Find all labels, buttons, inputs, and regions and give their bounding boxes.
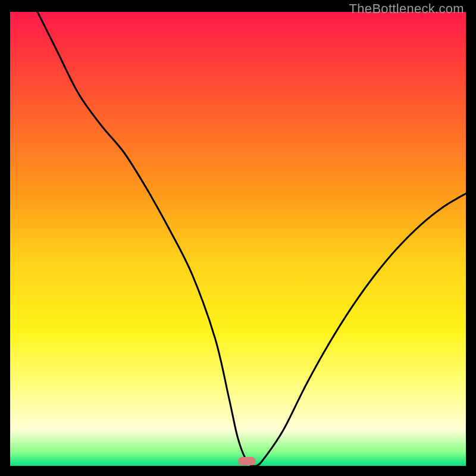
watermark-text: TheBottleneck.com <box>349 1 464 17</box>
optimal-marker <box>238 457 256 465</box>
plot-area <box>10 12 466 466</box>
bottleneck-curve <box>10 12 466 466</box>
chart-frame <box>10 0 466 466</box>
curve-path <box>37 12 466 466</box>
